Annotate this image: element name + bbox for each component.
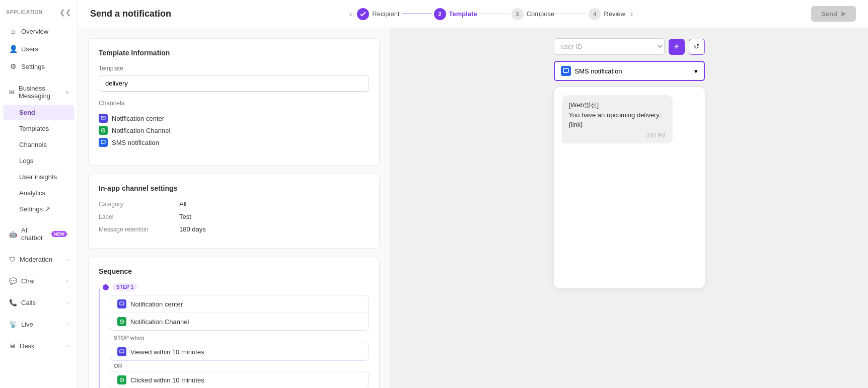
moderation-chevron-icon: › <box>67 257 68 262</box>
content-area: Template Information Template delivery C… <box>78 28 868 388</box>
phone-preview: [Web발신] You have an upcoming delivery: {… <box>554 87 705 288</box>
notif-channel-icon <box>99 126 108 135</box>
step1-notif-center-icon <box>117 299 126 308</box>
sidebar-item-templates[interactable]: Templates <box>3 121 75 136</box>
step-connector-1 <box>402 14 432 14</box>
sidebar-item-overview[interactable]: ⌂ Overview <box>3 23 75 40</box>
step-1-label: Recipient <box>372 10 399 18</box>
left-panel: Template Information Template delivery C… <box>78 28 390 388</box>
label-value: Test <box>179 213 191 220</box>
sms-bubble: [Web발신] You have an upcoming delivery: {… <box>562 95 673 143</box>
refresh-icon: ↺ <box>694 43 699 50</box>
settings-icon: ⚙ <box>9 62 17 70</box>
chat-section: 💬 Chat › <box>0 272 78 290</box>
moderation-section: 🛡 Moderation › <box>0 251 78 268</box>
right-panel: user ID ☀ ↺ SMS notification <box>390 28 868 388</box>
stop-when-label: STOP when <box>114 335 369 341</box>
step-2: 2 Template <box>434 8 477 20</box>
step-connector-3 <box>556 14 587 14</box>
app-label: APPLICATION ❮❮ <box>0 0 78 20</box>
preview-toolbar: user ID ☀ ↺ <box>554 38 705 55</box>
step-1-content: Notification center Notification Channel… <box>110 295 369 388</box>
next-step-button[interactable]: › <box>628 8 635 21</box>
sidebar-item-users[interactable]: 👤 Users <box>3 40 75 57</box>
steps-nav: ‹ Recipient 2 Template 3 <box>347 8 635 21</box>
ai-chatbot-chevron-icon: › <box>67 231 68 237</box>
sidebar-item-analytics[interactable]: Analytics <box>3 185 75 201</box>
step-1-node: STEP 1 <box>106 283 369 291</box>
calls-group[interactable]: 📞 Calls › <box>3 294 75 311</box>
desk-group[interactable]: 🖥 Desk › <box>3 338 75 354</box>
main-nav: ⌂ Overview 👤 Users ⚙ Settings <box>0 22 78 75</box>
bm-chevron-icon: ▾ <box>66 90 68 95</box>
channels-label: Channels: <box>99 100 126 107</box>
step-4-circle: 4 <box>589 8 601 20</box>
chat-chevron-icon: › <box>67 278 68 284</box>
svg-rect-9 <box>120 350 124 353</box>
sms-text-line1: [Web발신] <box>569 100 666 110</box>
template-select[interactable]: delivery <box>99 75 369 92</box>
svg-point-3 <box>103 130 104 131</box>
business-messaging-group[interactable]: ✉ Business Messaging ▾ <box>3 80 75 104</box>
bm-icon: ✉ <box>9 89 15 96</box>
label-key: Label <box>99 213 179 220</box>
sidebar-item-logs[interactable]: Logs <box>3 153 75 169</box>
sidebar-item-send[interactable]: Send <box>3 105 75 120</box>
notif-center-icon <box>99 114 108 123</box>
sidebar-item-user-insights[interactable]: User insights <box>3 169 75 185</box>
live-icon: 📡 <box>9 321 17 328</box>
category-row: Category All <box>99 200 369 208</box>
sms-text-line2: You have an upcoming delivery: {link} <box>569 110 666 130</box>
sidebar: APPLICATION ❮❮ ⌂ Overview 👤 Users ⚙ Sett… <box>0 0 78 388</box>
send-button[interactable]: Send ➤ <box>811 6 856 22</box>
channel-selector: SMS notification ▾ <box>554 61 705 81</box>
step-1-dot <box>103 284 109 290</box>
step-3: 3 Compose <box>512 8 555 20</box>
svg-rect-13 <box>563 68 568 72</box>
prev-step-button[interactable]: ‹ <box>347 8 354 21</box>
sun-button[interactable]: ☀ <box>669 39 685 55</box>
step-1-circle <box>357 8 369 20</box>
category-key: Category <box>99 201 179 208</box>
chat-group[interactable]: 💬 Chat › <box>3 273 75 289</box>
send-icon: ➤ <box>840 10 846 18</box>
page-title: Send a notification <box>90 9 171 19</box>
channel-select-dropdown[interactable]: SMS notification ▾ <box>554 61 705 81</box>
step-4: 4 Review <box>589 8 625 20</box>
calls-chevron-icon: › <box>67 300 68 305</box>
refresh-button[interactable]: ↺ <box>689 39 705 55</box>
sequence-flow: STEP 1 Notification center <box>99 283 369 388</box>
clicked-condition-icon <box>117 375 126 384</box>
collapse-button[interactable]: ❮❮ <box>59 8 71 16</box>
stop-condition-item: Viewed within 10 minutes <box>110 343 369 360</box>
desk-icon: 🖥 <box>9 342 16 350</box>
user-id-select[interactable]: user ID <box>554 38 665 55</box>
ai-chatbot-section: 🤖 AI chatbot NEW › <box>0 221 78 247</box>
live-section: 📡 Live › <box>0 316 78 333</box>
step-1-tag: STEP 1 <box>113 283 137 291</box>
live-chevron-icon: › <box>67 322 68 327</box>
channel-select-label: SMS notification <box>575 67 622 75</box>
category-value: All <box>179 200 186 208</box>
step-1-channels-box: Notification center Notification Channel <box>110 295 369 331</box>
sequence-section: Sequence STEP 1 <box>88 257 380 388</box>
desk-section: 🖥 Desk › <box>0 337 78 355</box>
sms-icon <box>99 138 108 147</box>
ai-chatbot-group[interactable]: 🤖 AI chatbot NEW › <box>3 222 75 246</box>
moderation-group[interactable]: 🛡 Moderation › <box>3 251 75 268</box>
clicked-condition-item: Clicked within 10 minutes <box>110 371 369 388</box>
calls-section: 📞 Calls › <box>0 294 78 312</box>
stop-condition-box: Viewed within 10 minutes <box>110 343 369 361</box>
step1-notif-channel-icon <box>117 317 126 326</box>
business-messaging-section: ✉ Business Messaging ▾ Send Templates Ch… <box>0 80 78 217</box>
sidebar-item-channels[interactable]: Channels <box>3 137 75 152</box>
svg-rect-4 <box>101 140 105 143</box>
main-content: Send a notification ‹ Recipient 2 Templa… <box>78 0 868 388</box>
ai-chatbot-icon: 🤖 <box>9 230 17 238</box>
sidebar-item-settings[interactable]: ⚙ Settings <box>3 58 75 75</box>
sidebar-item-bm-settings[interactable]: Settings ↗ <box>3 201 75 217</box>
step-3-label: Compose <box>527 10 555 18</box>
live-group[interactable]: 📡 Live › <box>3 316 75 333</box>
step-2-label: Template <box>449 10 477 18</box>
topbar: Send a notification ‹ Recipient 2 Templa… <box>78 0 868 28</box>
